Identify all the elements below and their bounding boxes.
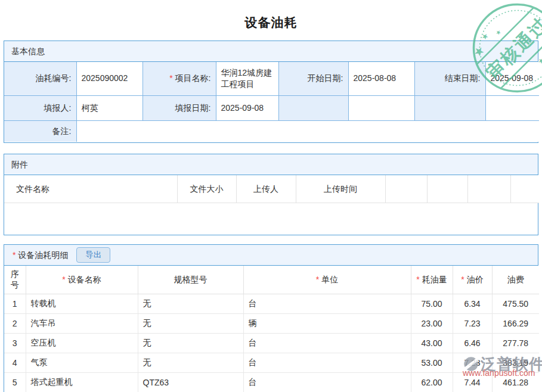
cell-equipment-name: 汽车吊 [26,313,138,333]
cell-seq: 2 [4,313,26,333]
col-empty [510,175,539,203]
cell-fuel-amount: 23.00 [411,313,453,333]
col-empty [427,175,467,203]
cell-seq: 5 [4,372,26,392]
details-section-title: 设备油耗明细 [13,245,68,265]
attachments-table: 文件名称 文件大小 上传人 上传时间 [4,175,539,203]
col-seq: 序号 [4,266,26,294]
value-fuel-code: 2025090002 [76,62,143,95]
cell-spec-model: 无 [138,333,243,353]
table-row: 4 气泵 无 台 53.00 7.23 383.19 [4,353,539,372]
col-file-name: 文件名称 [4,175,177,203]
cell-fuel-cost: 475.50 [492,294,539,313]
cell-spec-model: 无 [138,294,243,313]
attachments-panel: 附件 文件名称 文件大小 上传人 上传时间 [4,154,538,235]
col-file-size: 文件大小 [177,175,236,203]
table-row: 5 塔式起重机 QTZ63 台 62.00 7.44 461.28 [4,372,539,392]
cell-equipment-name: 气泵 [26,353,138,372]
col-upload-time: 上传时间 [296,175,385,203]
cell-fuel-amount: 43.00 [411,333,453,353]
col-fuel-cost: 油费 [492,266,539,294]
value-remark [76,120,539,142]
label-end-date: 结束日期: [414,62,485,95]
value-end-date: 2025-09-08 [485,62,539,95]
cell-fuel-cost: 166.29 [492,313,539,333]
details-header-row: 序号 设备名称 规格型号 单位 耗油量 油价 油费 [4,266,539,294]
cell-seq: 3 [4,333,26,353]
label-filler: 填报人: [4,95,76,120]
table-row: 3 空压机 无 台 43.00 6.46 277.78 [4,333,539,353]
col-fuel-price: 油价 [453,266,492,294]
cell-unit: 台 [243,294,411,313]
page-title: 设备油耗 [0,14,542,31]
cell-unit: 台 [243,372,411,392]
cell-equipment-name: 塔式起重机 [26,372,138,392]
value-start-date: 2025-08-08 [348,62,414,95]
cell-fuel-price: 6.46 [453,333,492,353]
details-table: 序号 设备名称 规格型号 单位 耗油量 油价 油费 1 转载机 无 台 75.0… [4,266,539,392]
label-start-date: 开始日期: [278,62,348,95]
col-fuel-amount: 耗油量 [411,266,453,294]
col-empty [467,175,510,203]
col-equipment-name: 设备名称 [26,266,138,294]
label-project-name: 项目名称: [143,62,216,95]
cell-spec-model: 无 [138,313,243,333]
cell-fuel-price: 7.44 [453,372,492,392]
basic-info-table: 油耗编号: 2025090002 项目名称: 华润12城房建工程项目 开始日期:… [4,62,539,142]
cell-equipment-name: 转载机 [26,294,138,313]
cell-unit: 台 [243,353,411,372]
col-uploader: 上传人 [236,175,296,203]
cell-fuel-price: 7.23 [453,313,492,333]
cell-fuel-price: 6.34 [453,294,492,313]
label-fuel-code: 油耗编号: [4,62,76,95]
label-remark: 备注: [4,120,76,142]
cell-seq: 4 [4,353,26,372]
cell-seq: 1 [4,294,26,313]
cell-unit: 辆 [243,313,411,333]
attachments-section-title: 附件 [4,154,538,175]
value-fill-date: 2025-09-08 [216,95,278,120]
export-button[interactable]: 导出 [76,247,110,263]
value-project-name: 华润12城房建工程项目 [216,62,278,95]
cell-spec-model: QTZ63 [138,372,243,392]
empty-value-cell [485,95,539,120]
label-fill-date: 填报日期: [143,95,216,120]
cell-spec-model: 无 [138,353,243,372]
col-empty [385,175,427,203]
cell-fuel-amount: 75.00 [411,294,453,313]
cell-fuel-price: 7.23 [453,353,492,372]
empty-value-cell [348,95,414,120]
table-row: 2 汽车吊 无 辆 23.00 7.23 166.29 [4,313,539,333]
basic-info-panel: 基本信息 油耗编号: 2025090002 项目名称: 华润12城房建工程项目 … [4,41,538,143]
col-spec-model: 规格型号 [138,266,243,294]
cell-fuel-amount: 62.00 [411,372,453,392]
empty-label-cell [414,95,485,120]
cell-unit: 台 [243,333,411,353]
empty-label-cell [278,95,348,120]
cell-fuel-cost: 383.19 [492,353,539,372]
basic-info-section-title: 基本信息 [4,41,538,62]
value-filler: 柯英 [76,95,143,120]
cell-fuel-cost: 277.78 [492,333,539,353]
cell-equipment-name: 空压机 [26,333,138,353]
page: 设备油耗 基本信息 油耗编号: 2025090002 项目名称: 华润12城房建… [0,0,542,392]
col-unit: 单位 [243,266,411,294]
table-row: 1 转载机 无 台 75.00 6.34 475.50 [4,294,539,313]
details-panel: 设备油耗明细 导出 序号 设备名称 规格型号 单位 耗油量 油价 油费 1 转载… [4,244,538,392]
details-titlebar: 设备油耗明细 导出 [4,245,538,266]
cell-fuel-amount: 53.00 [411,353,453,372]
cell-fuel-cost: 461.28 [492,372,539,392]
